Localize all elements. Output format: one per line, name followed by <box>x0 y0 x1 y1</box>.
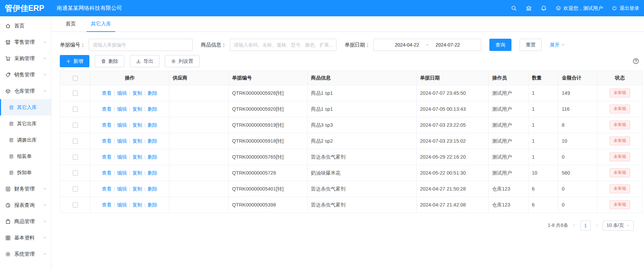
action-delete-link[interactable]: 删除 <box>147 186 157 192</box>
reset-button[interactable]: 重置 <box>520 39 542 51</box>
tab-home[interactable]: 首页 <box>62 16 80 32</box>
logout-button[interactable]: 退出登录 <box>612 5 639 12</box>
row-checkbox[interactable] <box>73 123 78 128</box>
date-start-value[interactable]: 2024-04-22 <box>395 42 419 48</box>
action-delete-link[interactable]: 删除 <box>147 138 157 144</box>
sidebar-item-finance[interactable]: 财务管理 <box>0 181 51 197</box>
action-edit-link[interactable]: 编辑 <box>117 202 127 208</box>
action-copy-link[interactable]: 复制 <box>132 138 142 144</box>
export-button[interactable]: 导出 <box>130 55 159 67</box>
sidebar-item-home[interactable]: 首页 <box>0 18 51 34</box>
date-range-picker[interactable]: 2024-04-22 ~ 2024-07-22 <box>373 39 481 51</box>
action-edit-link[interactable]: 编辑 <box>117 138 127 144</box>
action-edit-link[interactable]: 编辑 <box>117 106 127 112</box>
action-view-link[interactable]: 查看 <box>102 154 112 160</box>
action-edit-link[interactable]: 编辑 <box>117 154 127 160</box>
action-copy-link[interactable]: 复制 <box>132 186 142 192</box>
supplier-cell <box>169 133 229 149</box>
action-copy-link[interactable]: 复制 <box>132 202 142 208</box>
tab-other-inbound[interactable]: 其它入库 <box>87 16 115 32</box>
action-view-link[interactable]: 查看 <box>102 170 112 176</box>
column-header-qty: 数量 <box>528 71 558 85</box>
goods-input[interactable] <box>230 39 336 51</box>
action-delete-link[interactable]: 删除 <box>147 170 157 176</box>
logout-icon <box>612 5 617 11</box>
action-delete-link[interactable]: 删除 <box>147 202 157 208</box>
action-view-link[interactable]: 查看 <box>102 202 112 208</box>
action-copy-link[interactable]: 复制 <box>132 154 142 160</box>
sidebar-item-other-inbound[interactable]: 其它入库 <box>0 99 51 115</box>
sidebar-item-purchase[interactable]: 采购管理 <box>0 50 51 67</box>
date-end-value[interactable]: 2024-07-22 <box>436 42 460 48</box>
sidebar-item-transfer-outbound[interactable]: 调拨出库 <box>0 132 51 148</box>
add-button[interactable]: 新增 <box>60 55 89 67</box>
operator-cell: 测试用户 <box>489 165 528 181</box>
page-size-value: 10 条/页 <box>607 222 624 229</box>
chevron-up-icon <box>43 89 47 93</box>
sidebar-item-report[interactable]: 报表查询 <box>0 197 51 213</box>
row-checkbox[interactable] <box>73 170 78 176</box>
page-number[interactable]: 1 <box>580 220 591 231</box>
action-separator: | <box>144 90 145 96</box>
sidebar-item-disassembly-order[interactable]: 拆卸单 <box>0 164 51 181</box>
row-checkbox[interactable] <box>73 155 78 160</box>
action-view-link[interactable]: 查看 <box>102 90 112 96</box>
supplier-cell <box>169 85 229 101</box>
row-checkbox[interactable] <box>73 91 78 96</box>
search-icon[interactable] <box>511 5 517 11</box>
column-settings-button[interactable]: 列设置 <box>165 55 199 67</box>
row-checkbox[interactable] <box>73 202 78 208</box>
row-checkbox[interactable] <box>73 107 78 112</box>
action-edit-link[interactable]: 编辑 <box>117 170 127 176</box>
action-copy-link[interactable]: 复制 <box>132 122 142 128</box>
sidebar-item-other-outbound[interactable]: 其它出库 <box>0 115 51 132</box>
row-checkbox[interactable] <box>73 139 78 144</box>
sidebar-item-system[interactable]: 系统管理 <box>0 246 51 262</box>
welcome-text: 欢迎您，测试用户 <box>563 5 603 12</box>
action-delete-link[interactable]: 删除 <box>147 122 157 128</box>
date-cell: 2024-07-07 23:45:50 <box>417 85 489 101</box>
action-delete-link[interactable]: 删除 <box>147 90 157 96</box>
operator-cell: 测试用户 <box>489 117 528 133</box>
help-icon[interactable] <box>632 58 639 65</box>
sidebar-item-retail[interactable]: 零售管理 <box>0 34 51 50</box>
action-view-link[interactable]: 查看 <box>102 106 112 112</box>
bill-no-input[interactable] <box>89 39 193 51</box>
page-size-select[interactable]: 10 条/页 <box>603 220 634 231</box>
action-edit-link[interactable]: 编辑 <box>117 186 127 192</box>
action-edit-link[interactable]: 编辑 <box>117 122 127 128</box>
document-icon <box>9 105 14 110</box>
sidebar-item-warehouse[interactable]: 仓库管理 <box>0 83 51 99</box>
bill-no-cell: QTRK00000005398 <box>229 197 308 213</box>
checkbox-cell <box>60 117 90 133</box>
expand-filters-link[interactable]: 展开 <box>550 42 565 48</box>
prev-page-icon[interactable] <box>572 223 576 228</box>
action-copy-link[interactable]: 复制 <box>132 170 142 176</box>
sidebar-item-goods[interactable]: 商品管理 <box>0 213 51 230</box>
status-badge: 未审核 <box>610 152 630 161</box>
action-view-link[interactable]: 查看 <box>102 122 112 128</box>
action-copy-link[interactable]: 复制 <box>132 106 142 112</box>
sidebar-item-sales[interactable]: 销售管理 <box>0 67 51 83</box>
welcome-user[interactable]: 欢迎您，测试用户 <box>556 5 603 12</box>
action-edit-link[interactable]: 编辑 <box>117 90 127 96</box>
action-copy-link[interactable]: 复制 <box>132 90 142 96</box>
bank-icon[interactable] <box>526 5 532 11</box>
sidebar-item-assembly-order[interactable]: 组装单 <box>0 148 51 164</box>
sidebar-item-basic-data[interactable]: 基本资料 <box>0 230 51 246</box>
table-row: 查看|编辑|复制|删除QTRK00000005918[转]商品2 sp22024… <box>60 133 643 149</box>
next-page-icon[interactable] <box>595 223 599 228</box>
bell-icon[interactable] <box>541 5 547 11</box>
action-delete-link[interactable]: 删除 <box>147 106 157 112</box>
column-header-date: 单据日期 <box>417 71 489 85</box>
action-delete-link[interactable]: 删除 <box>147 154 157 160</box>
delete-button[interactable]: 删除 <box>95 55 124 67</box>
row-checkbox[interactable] <box>73 186 78 192</box>
search-button[interactable]: 查询 <box>489 39 511 51</box>
action-view-link[interactable]: 查看 <box>102 186 112 192</box>
action-separator: | <box>114 170 115 176</box>
action-view-link[interactable]: 查看 <box>102 138 112 144</box>
select-all-checkbox[interactable] <box>73 76 78 81</box>
chevron-down-icon <box>43 203 47 207</box>
bill-no-filter: 单据编号： <box>60 39 193 51</box>
